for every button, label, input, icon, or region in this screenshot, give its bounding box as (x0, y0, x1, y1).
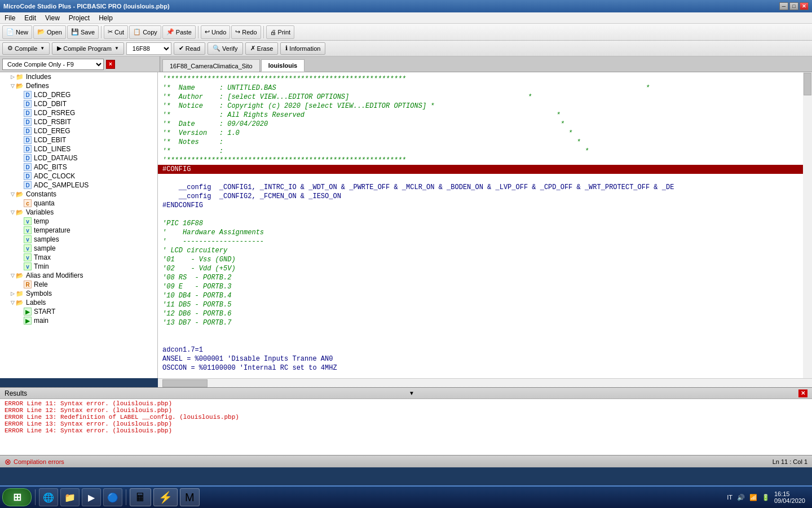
sidebar-item-samples[interactable]: v samples (0, 235, 157, 244)
tab-louislouis[interactable]: louislouis (261, 59, 304, 72)
sidebar-item-alias[interactable]: ▽ 📂 Alias and Modifiers (0, 271, 157, 280)
cut-button[interactable]: ✂ Cut (104, 25, 128, 39)
sidebar-item-temperature[interactable]: v temperature (0, 226, 157, 235)
paste-button[interactable]: 📌 Paste (162, 25, 196, 39)
results-header: Results ▼ ✕ (0, 388, 812, 399)
sidebar-item-main[interactable]: ▶ main (0, 316, 157, 325)
new-icon: 📄 (6, 28, 14, 36)
sidebar-item-lcd-rsbit[interactable]: D LCD_RSBIT (0, 117, 157, 126)
new-button[interactable]: 📄 New (2, 25, 32, 39)
var-v-icon1: v (24, 217, 32, 225)
redo-button[interactable]: ↪ Redo (231, 25, 261, 39)
compile-program-button[interactable]: ▶ Compile Program ▼ (52, 42, 124, 55)
sidebar-item-includes[interactable]: ▷ 📁 Includes (0, 72, 157, 81)
menu-file[interactable]: File (0, 12, 20, 23)
results-panel: Results ▼ ✕ ERROR Line 11: Syntax error.… (0, 387, 812, 455)
start-button[interactable]: ⊞ (2, 488, 32, 506)
sidebar-item-adc-clock[interactable]: D ADC_CLOCK (0, 172, 157, 181)
error-line-4: ERROR Line 13: Syntax error. (louislouis… (5, 421, 807, 427)
sidebar-item-temp[interactable]: v temp (0, 217, 157, 226)
defines-d-icon3: D (24, 109, 32, 117)
sidebar-item-lcd-lines[interactable]: D LCD_LINES (0, 144, 157, 154)
includes-folder-icon: 📁 (16, 73, 24, 81)
sidebar-item-lcd-ebit[interactable]: D LCD_EBIT (0, 135, 157, 144)
copy-button[interactable]: 📋 Copy (129, 25, 161, 39)
minimize-button[interactable]: ─ (779, 2, 788, 10)
paste-icon: 📌 (166, 28, 174, 36)
sidebar-item-lcd-dbit[interactable]: D LCD_DBIT (0, 99, 157, 108)
verify-icon: 🔍 (213, 45, 220, 52)
erase-icon: ✗ (250, 45, 255, 52)
sidebar-item-variables[interactable]: ▽ 📂 Variables (0, 208, 157, 217)
save-button[interactable]: 💾 Save (67, 25, 99, 39)
volume-icon: 🔊 (737, 494, 745, 501)
sidebar-item-adc-sampleus[interactable]: D ADC_SAMPLEUS (0, 181, 157, 190)
cut-icon: ✂ (108, 28, 113, 36)
code-content: '***************************************… (158, 72, 803, 375)
sidebar-item-lcd-dataus[interactable]: D LCD_DATAUS (0, 154, 157, 163)
read-icon: ✔ (179, 45, 184, 52)
sidebar-item-lcd-ereg[interactable]: D LCD_EREG (0, 126, 157, 135)
open-icon: 📂 (37, 28, 45, 36)
labels-expand-icon: ▽ (9, 300, 16, 305)
panel-selector[interactable]: Code Compile Only - F9 (2, 59, 104, 70)
sidebar-item-tmax[interactable]: v Tmax (0, 253, 157, 262)
code-scrollbar[interactable] (803, 72, 812, 378)
sidebar-item-labels[interactable]: ▽ 📂 Labels (0, 298, 157, 307)
undo-button[interactable]: ↩ Undo (201, 25, 230, 39)
labels-folder-icon: 📂 (16, 299, 24, 306)
code-editor[interactable]: '***************************************… (158, 72, 803, 378)
sidebar-item-tmin[interactable]: v Tmin (0, 262, 157, 271)
alias-expand-icon: ▽ (9, 273, 16, 278)
sidebar-item-sample[interactable]: v sample (0, 244, 157, 253)
compile-icon: ⚙ (7, 45, 13, 52)
sidebar-item-lcd-dreg[interactable]: D LCD_DREG (0, 90, 157, 99)
results-close-button[interactable]: ✕ (798, 389, 807, 397)
taskbar-explorer[interactable]: 📁 (60, 488, 80, 506)
results-collapse-icon[interactable]: ▼ (409, 390, 414, 396)
battery-icon: 🔋 (762, 494, 770, 501)
sep3 (263, 26, 264, 38)
sidebar-item-defines[interactable]: ▽ 📂 Defines (0, 81, 157, 90)
menu-project[interactable]: Project (64, 12, 94, 23)
defines-d-icon2: D (24, 100, 32, 108)
defines-d-icon9: D (24, 163, 32, 171)
sidebar-item-constants[interactable]: ▽ 📂 Constants (0, 190, 157, 199)
close-button[interactable]: ✕ (800, 2, 809, 10)
maximize-button[interactable]: □ (789, 2, 798, 10)
sidebar-item-symbols[interactable]: ▷ 📁 Symbols (0, 289, 157, 298)
tab-16f88-camera[interactable]: 16F88_CameraClimatica_Sito (162, 59, 260, 72)
menu-view[interactable]: View (41, 12, 64, 23)
constants-expand-icon: ▽ (9, 191, 16, 197)
taskbar-ie[interactable]: 🌐 (39, 488, 58, 506)
defines-d-icon: D (24, 91, 32, 99)
information-button[interactable]: ℹ Information (280, 42, 325, 55)
panel-close-button[interactable]: × (106, 60, 115, 69)
compile-button[interactable]: ⚙ Compile ▼ (2, 42, 50, 55)
results-content: ERROR Line 11: Syntax error. (louislouis… (0, 399, 812, 455)
compile-program-dropdown-arrow: ▼ (114, 46, 119, 51)
sidebar-item-rele[interactable]: R Rele (0, 280, 157, 289)
constants-folder-icon: 📂 (16, 191, 24, 198)
taskbar-calc[interactable]: 🖩 (130, 488, 151, 506)
menu-help[interactable]: Help (94, 12, 117, 23)
taskbar-chrome[interactable]: 🔵 (103, 488, 122, 506)
sidebar-item-quanta[interactable]: c quanta (0, 199, 157, 208)
open-button[interactable]: 📂 Open (33, 25, 66, 39)
sidebar-item-start[interactable]: ▶ START (0, 307, 157, 316)
chip-selector[interactable]: 16F88 (126, 42, 171, 55)
sidebar-item-lcd-rsreg[interactable]: D LCD_RSREG (0, 108, 157, 117)
verify-button[interactable]: 🔍 Verify (208, 42, 243, 55)
erase-button[interactable]: ✗ Erase (245, 42, 279, 55)
sidebar-item-adc-bits[interactable]: D ADC_BITS (0, 163, 157, 172)
defines-d-icon7: D (24, 145, 32, 153)
label-l-icon2: ▶ (24, 317, 32, 325)
taskbar-media[interactable]: ▶ (82, 488, 101, 506)
symbols-folder-icon: 📁 (16, 290, 24, 297)
read-button[interactable]: ✔ Read (174, 42, 205, 55)
menu-edit[interactable]: Edit (20, 12, 41, 23)
print-button[interactable]: 🖨 Print (266, 25, 295, 39)
taskbar-usb[interactable]: ⚡ (153, 488, 178, 506)
horizontal-scrollbar[interactable] (158, 378, 812, 387)
taskbar-microcode[interactable]: M (180, 488, 200, 506)
